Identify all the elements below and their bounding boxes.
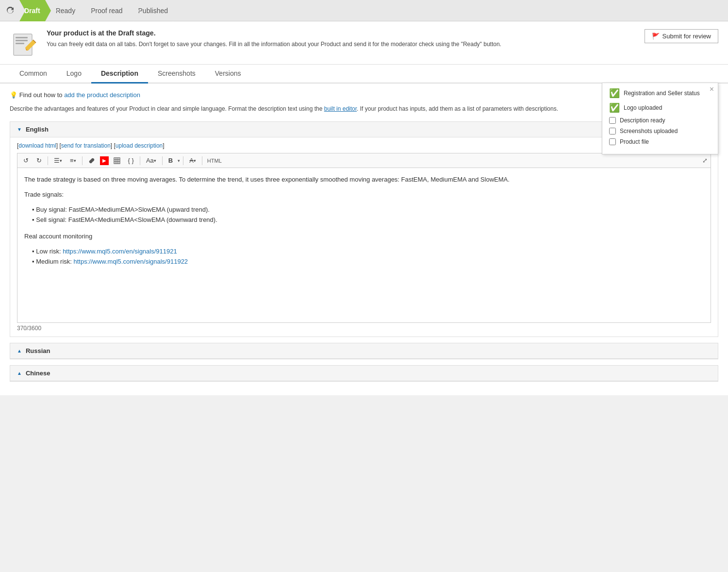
table-button[interactable] [111, 156, 123, 166]
screenshots-uploaded-checkbox[interactable] [609, 128, 616, 135]
chinese-section-title: Chinese [26, 370, 50, 377]
product-file-checkbox[interactable] [609, 138, 616, 145]
toolbar-separator-2 [82, 156, 83, 165]
svg-rect-3 [16, 43, 24, 44]
breadcrumb-step-ready[interactable]: Ready [51, 0, 80, 21]
checkmark-icon: ✅ [609, 88, 620, 99]
undo-button[interactable]: ↺ [20, 155, 32, 166]
draft-info-box: Your product is at the Draft stage. You … [0, 21, 728, 65]
built-in-editor-link[interactable]: built in editor [324, 105, 357, 112]
bulb-icon: 💡 [10, 91, 17, 99]
draft-stage-body: You can freely edit data on all tabs. Do… [47, 40, 645, 49]
collapse-icon: ▼ [17, 127, 22, 132]
editor-paragraph-2: Trade signals: [24, 190, 704, 200]
draft-text-area: Your product is at the Draft stage. You … [47, 29, 645, 49]
chinese-section-header[interactable]: ▲ Chinese [10, 366, 718, 381]
breadcrumb-step-draft[interactable]: Draft [19, 0, 45, 21]
checklist-item-logo: ✅ Logo uploaded [609, 102, 711, 113]
video-insert-button[interactable]: ▶ [100, 156, 109, 165]
medium-risk-link[interactable]: https://www.mql5.com/en/signals/911922 [74, 258, 188, 265]
editor-content-area[interactable]: The trade strategy is based on three mov… [17, 168, 711, 323]
download-html-link[interactable]: download html [18, 142, 56, 149]
bold-button[interactable]: B [165, 155, 176, 166]
editor-list-1: Buy signal: FastEMA>MediumEMA>SlowEMA (u… [24, 205, 704, 225]
tab-screenshots[interactable]: Screenshots [148, 65, 205, 84]
collapse-icon-chinese: ▲ [17, 370, 22, 376]
editor-toolbar: ↺ ↻ ☰▾ ≡▾ [17, 153, 711, 168]
submit-for-review-button[interactable]: 🚩 Submit for review [645, 29, 718, 43]
draft-stage-title: Your product is at the Draft stage. [47, 29, 645, 37]
link-button[interactable] [85, 156, 98, 166]
html-toggle-button[interactable]: HTML [205, 157, 224, 165]
collapse-icon-russian: ▲ [17, 348, 22, 353]
font-size-button[interactable]: Aa ▾ [143, 155, 159, 166]
tabs-bar: Common Logo Description Screenshots Vers… [0, 65, 728, 84]
chinese-section: ▲ Chinese [10, 365, 718, 382]
tab-versions[interactable]: Versions [205, 65, 251, 84]
checkmark-icon: ✅ [609, 102, 620, 113]
russian-section-title: Russian [26, 347, 50, 354]
breadcrumb-step-proofread[interactable]: Proof read [86, 0, 127, 21]
editor-list-item-buy: Buy signal: FastEMA>MediumEMA>SlowEMA (u… [32, 205, 704, 215]
svg-rect-1 [16, 37, 28, 38]
checklist-close-button[interactable]: × [710, 85, 714, 94]
svg-rect-7 [114, 158, 120, 164]
low-risk-link[interactable]: https://www.mql5.com/en/signals/911921 [63, 248, 177, 255]
send-for-translation-link[interactable]: send for translation [61, 142, 111, 149]
svg-rect-2 [16, 40, 28, 41]
toolbar-separator-4 [162, 156, 163, 165]
checklist-popup: × ✅ Registration and Seller status ✅ Log… [602, 83, 718, 154]
russian-section-header[interactable]: ▲ Russian [10, 343, 718, 359]
editor-paragraph-3: Real account monitoring [24, 232, 704, 242]
toolbar-separator-5 [183, 156, 183, 165]
toolbar-separator-6 [202, 156, 202, 165]
breadcrumb-bar: Draft Ready Proof read Published [0, 0, 728, 21]
tab-common[interactable]: Common [10, 65, 57, 84]
breadcrumb-step-published[interactable]: Published [133, 0, 173, 21]
english-section-title: English [26, 126, 49, 133]
code-button[interactable]: { } [125, 155, 137, 166]
checklist-item-screenshots[interactable]: Screenshots uploaded [609, 128, 711, 135]
redo-button[interactable]: ↻ [33, 155, 45, 166]
draft-product-icon [10, 29, 39, 58]
toolbar-separator-3 [140, 156, 140, 165]
editor-paragraph-1: The trade strategy is based on three mov… [24, 175, 704, 185]
russian-section: ▲ Russian [10, 343, 718, 359]
char-count: 370/3600 [17, 325, 711, 332]
editor-list-2: Low risk: https://www.mql5.com/en/signal… [24, 247, 704, 267]
refresh-icon[interactable] [5, 5, 16, 16]
bullet-list-button[interactable]: ☰▾ [51, 155, 65, 166]
editor-list-item-sell: Sell signal: FastEMA<MediumEMA<SlowEMA (… [32, 215, 704, 225]
flag-icon: 🚩 [652, 33, 660, 40]
upload-description-link[interactable]: upload description [116, 142, 163, 149]
toolbar-separator [48, 156, 48, 165]
editor-list-item-medium-risk: Medium risk: https://www.mql5.com/en/sig… [32, 257, 704, 267]
checklist-item-registration: ✅ Registration and Seller status [609, 88, 711, 99]
add-description-link[interactable]: add the product description [64, 91, 140, 99]
bold-dropdown[interactable]: ▾ [178, 158, 180, 163]
checklist-item-description[interactable]: Description ready [609, 117, 711, 124]
expand-editor-button[interactable]: ⤢ [702, 157, 708, 164]
english-section-body: [download html] [send for translation] [… [10, 137, 718, 336]
description-ready-checkbox[interactable] [609, 117, 616, 124]
tab-logo[interactable]: Logo [57, 65, 91, 84]
editor-list-item-low-risk: Low risk: https://www.mql5.com/en/signal… [32, 247, 704, 257]
tab-description[interactable]: Description [91, 65, 148, 84]
strikethrough-button[interactable]: A▾ [186, 155, 199, 166]
checklist-item-product-file[interactable]: Product file [609, 138, 711, 145]
numbered-list-button[interactable]: ≡▾ [67, 155, 79, 166]
